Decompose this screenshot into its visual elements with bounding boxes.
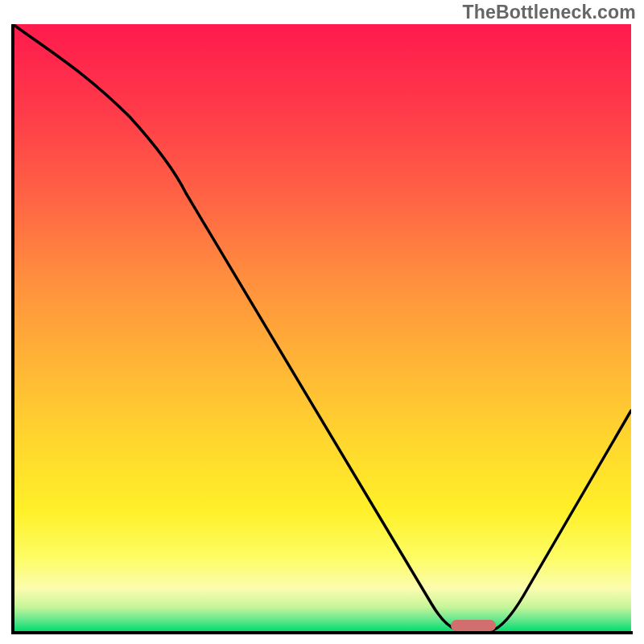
watermark-text: TheBottleneck.com [462, 2, 636, 23]
chart-container: TheBottleneck.com [0, 0, 644, 644]
plot-background-gradient [13, 24, 631, 631]
optimal-range-marker [451, 620, 496, 631]
